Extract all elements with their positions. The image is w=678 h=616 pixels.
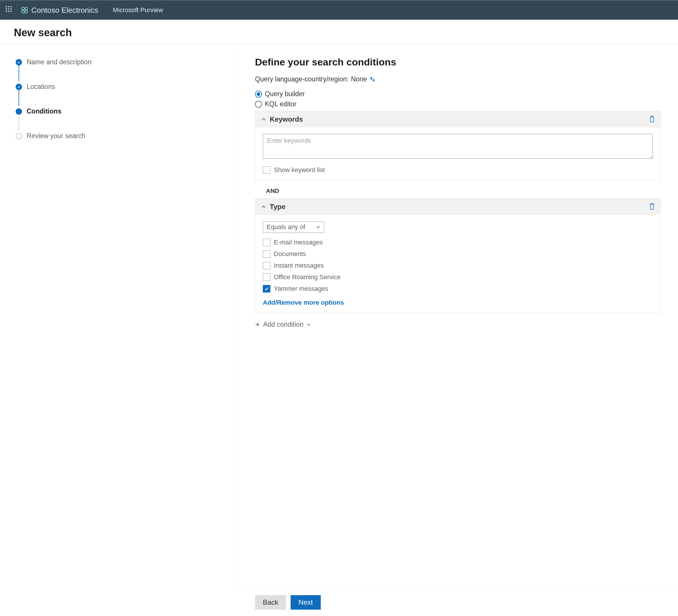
radio-query-builder[interactable]: Query builder — [255, 90, 661, 98]
chevron-up-icon — [261, 117, 266, 122]
section-heading: Define your search conditions — [255, 56, 661, 68]
svg-point-2 — [22, 10, 24, 13]
chevron-down-icon — [316, 225, 321, 229]
chevron-up-icon — [261, 204, 266, 209]
lang-value: None — [351, 75, 367, 83]
show-keyword-list-checkbox[interactable]: Show keyword list — [263, 166, 653, 174]
lang-label: Query language-country/region: — [255, 75, 348, 83]
step-label: Name and description — [27, 58, 91, 66]
add-condition-button[interactable]: Add condition — [255, 320, 661, 329]
product-name[interactable]: Microsoft Purview — [113, 6, 163, 14]
checkbox-icon — [263, 250, 270, 258]
add-remove-options-link[interactable]: Add/Remove more options — [263, 299, 344, 306]
query-mode-radio-group: Query builder KQL editor — [255, 90, 661, 108]
type-option-yammer[interactable]: Yammer messages — [263, 285, 653, 293]
step-label: Review your search — [27, 132, 85, 140]
checkbox-label: Show keyword list — [274, 166, 325, 174]
step-label: Locations — [27, 83, 55, 91]
org-brand[interactable]: Contoso Electronics — [21, 6, 98, 15]
step-review[interactable]: Review your search — [16, 132, 237, 140]
radio-kql-editor[interactable]: KQL editor — [255, 100, 661, 108]
radio-label: Query builder — [265, 90, 305, 98]
app-launcher-icon[interactable] — [6, 6, 14, 14]
main-content: Define your search conditions Query lang… — [237, 44, 678, 583]
plus-icon — [255, 322, 260, 327]
radio-icon — [255, 101, 262, 108]
radio-label: KQL editor — [265, 100, 296, 108]
step-locations[interactable]: Locations — [16, 83, 237, 108]
card-title: Keywords — [270, 115, 303, 123]
checkbox-icon — [263, 239, 270, 246]
translate-icon[interactable] — [369, 76, 376, 82]
step-label: Conditions — [27, 108, 62, 115]
type-card-header[interactable]: Type — [255, 199, 660, 215]
delete-icon[interactable] — [649, 203, 655, 210]
type-operator-select[interactable]: Equals any of — [263, 221, 324, 233]
step-conditions[interactable]: Conditions — [16, 108, 237, 132]
org-name: Contoso Electronics — [31, 6, 98, 15]
radio-icon — [255, 91, 262, 98]
type-card: Type Equals any of E-mail messages — [255, 198, 661, 313]
checkbox-label: Yammer messages — [274, 285, 328, 293]
add-condition-label: Add condition — [263, 320, 303, 329]
chevron-down-icon — [306, 322, 311, 327]
type-option-instant-messages[interactable]: Instant messages — [263, 262, 653, 269]
svg-point-3 — [25, 10, 28, 13]
checkbox-icon — [263, 166, 270, 174]
type-option-office-roaming[interactable]: Office Roaming Service — [263, 273, 653, 281]
select-value: Equals any of — [267, 223, 305, 231]
checkbox-label: Office Roaming Service — [274, 273, 341, 281]
wizard-footer: Back Next — [237, 588, 678, 616]
delete-icon[interactable] — [649, 115, 655, 122]
and-operator: AND — [255, 183, 661, 198]
top-bar: Contoso Electronics Microsoft Purview — [0, 0, 678, 20]
card-title: Type — [270, 203, 286, 211]
brand-logo-icon — [21, 6, 28, 14]
keywords-card: Keywords Show keyword list — [255, 111, 661, 181]
query-language-row: Query language-country/region: None — [255, 75, 661, 83]
keywords-card-header[interactable]: Keywords — [255, 111, 660, 127]
type-options-list: E-mail messages Documents Instant messag… — [263, 239, 653, 293]
type-option-email[interactable]: E-mail messages — [263, 239, 653, 246]
type-option-documents[interactable]: Documents — [263, 250, 653, 258]
checkbox-icon — [263, 285, 270, 293]
checkbox-icon — [263, 262, 270, 269]
page-title: New search — [14, 27, 664, 39]
back-button[interactable]: Back — [255, 595, 286, 610]
checkbox-label: Instant messages — [274, 262, 324, 269]
checkbox-label: E-mail messages — [274, 239, 323, 246]
wizard-stepper: Name and description Locations Condition… — [0, 44, 237, 583]
next-button[interactable]: Next — [291, 595, 321, 610]
checkbox-label: Documents — [274, 250, 306, 258]
svg-point-1 — [25, 7, 28, 10]
keywords-input[interactable] — [263, 134, 653, 159]
svg-point-0 — [22, 7, 24, 10]
page-header: New search — [0, 20, 678, 44]
step-name-description[interactable]: Name and description — [16, 58, 237, 83]
checkbox-icon — [263, 273, 270, 281]
